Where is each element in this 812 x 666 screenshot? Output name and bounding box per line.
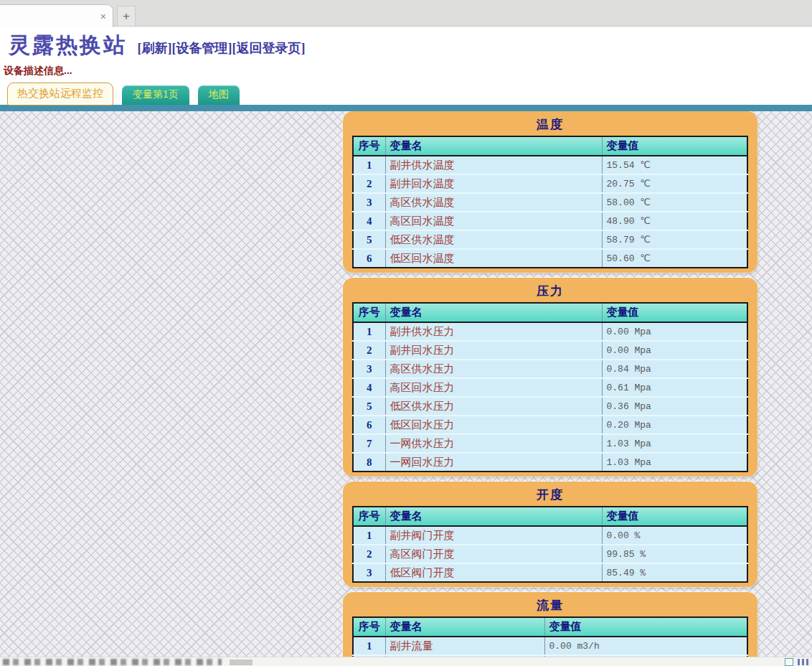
col-header-value: 变量值 bbox=[544, 617, 747, 637]
page-header: 灵露热换站 [刷新][设备管理][返回登录页] 设备描述信息... 热交换站远程… bbox=[0, 27, 812, 105]
variable-name: 低区供水温度 bbox=[385, 230, 602, 249]
tab-remote-monitoring[interactable]: 热交换站远程监控 bbox=[7, 83, 113, 105]
table-header-row: 序号 变量名 变量值 bbox=[353, 617, 747, 637]
table-row: 5低区供水压力0.36 Mpa bbox=[353, 397, 747, 416]
variable-value: 50.60 ℃ bbox=[602, 249, 747, 268]
col-header-index: 序号 bbox=[353, 303, 385, 322]
browser-tab[interactable]: × bbox=[0, 4, 113, 27]
variable-name: 低区供水压力 bbox=[385, 397, 602, 416]
panel-title: 压力 bbox=[352, 279, 748, 302]
table-row: 1副井阀门开度0.00 % bbox=[353, 526, 747, 545]
variable-name: 副井供水压力 bbox=[385, 322, 602, 341]
variable-name: 一网供水压力 bbox=[385, 434, 602, 453]
table-row: 1副井供水温度15.54 ℃ bbox=[353, 156, 747, 174]
panels-column: 温度 序号 变量名 变量值 1副井供水温度15.54 ℃2副井回水温度20.75… bbox=[343, 111, 757, 666]
variable-name: 高区供水温度 bbox=[385, 193, 602, 212]
data-panel: 开度 序号 变量名 变量值 1副井阀门开度0.00 %2高区阀门开度99.85 … bbox=[343, 482, 757, 587]
col-header-index: 序号 bbox=[353, 136, 385, 156]
variable-name: 低区阀门开度 bbox=[385, 563, 602, 582]
col-header-value: 变量值 bbox=[602, 136, 747, 156]
table-row: 2高区阀门开度99.85 % bbox=[353, 545, 747, 563]
row-index: 3 bbox=[353, 563, 385, 582]
variable-value: 0.00 Mpa bbox=[602, 341, 747, 360]
table-row: 5低区供水温度58.79 ℃ bbox=[353, 230, 747, 249]
table-row: 3高区供水压力0.84 Mpa bbox=[353, 360, 747, 378]
refresh-link[interactable]: [刷新] bbox=[137, 41, 171, 55]
data-panel: 温度 序号 变量名 变量值 1副井供水温度15.54 ℃2副井回水温度20.75… bbox=[343, 111, 757, 273]
table-row: 6低区回水温度50.60 ℃ bbox=[353, 249, 747, 268]
row-index: 6 bbox=[353, 249, 385, 268]
row-index: 8 bbox=[353, 453, 385, 472]
blurred-status-text bbox=[3, 659, 222, 665]
variable-name: 副井流量 bbox=[385, 637, 544, 655]
row-index: 5 bbox=[353, 397, 385, 416]
variable-name: 副井供水温度 bbox=[385, 156, 602, 174]
table-row: 4高区回水压力0.61 Mpa bbox=[353, 378, 747, 397]
status-checkbox[interactable] bbox=[785, 658, 793, 666]
variable-value: 0.20 Mpa bbox=[602, 416, 747, 434]
col-header-value: 变量值 bbox=[602, 303, 747, 322]
variable-name: 低区回水压力 bbox=[385, 416, 602, 434]
back-to-login-link[interactable]: [返回登录页] bbox=[232, 41, 305, 55]
data-panel: 流量 序号 变量名 变量值 1副井流量0.00 m3/h2高区流量101.67 … bbox=[343, 592, 757, 666]
variable-name: 低区回水温度 bbox=[385, 249, 602, 268]
tab-close-icon[interactable]: × bbox=[100, 11, 106, 22]
variable-value: 0.00 Mpa bbox=[602, 322, 747, 341]
col-header-name: 变量名 bbox=[385, 507, 602, 526]
col-header-name: 变量名 bbox=[385, 303, 602, 322]
variable-value: 99.85 % bbox=[602, 545, 747, 563]
variable-name: 高区回水温度 bbox=[385, 212, 602, 230]
variable-value: 15.54 ℃ bbox=[602, 156, 747, 174]
variable-value: 0.84 Mpa bbox=[602, 360, 747, 378]
browser-tab-strip: × + bbox=[0, 0, 812, 27]
panel-title: 温度 bbox=[352, 113, 748, 136]
device-description: 设备描述信息... bbox=[0, 60, 812, 78]
panel-title: 流量 bbox=[352, 594, 748, 616]
row-index: 1 bbox=[353, 322, 385, 341]
row-index: 7 bbox=[353, 434, 385, 453]
row-index: 1 bbox=[353, 526, 385, 545]
table-row: 2副井回水压力0.00 Mpa bbox=[353, 341, 747, 360]
variables-table: 序号 变量名 变量值 1副井供水压力0.00 Mpa2副井回水压力0.00 Mp… bbox=[352, 302, 748, 472]
variable-value: 58.00 ℃ bbox=[602, 193, 747, 212]
variable-value: 0.00 m3/h bbox=[544, 637, 747, 655]
tab-variables-page1[interactable]: 变量第1页 bbox=[122, 85, 189, 105]
variable-name: 副井回水压力 bbox=[385, 341, 602, 360]
variable-value: 1.03 Mpa bbox=[602, 434, 747, 453]
teal-divider-bar bbox=[0, 105, 812, 111]
device-management-link[interactable]: [设备管理] bbox=[171, 41, 232, 55]
variables-table: 序号 变量名 变量值 1副井供水温度15.54 ℃2副井回水温度20.75 ℃3… bbox=[352, 136, 748, 268]
variable-value: 0.00 % bbox=[602, 526, 747, 545]
content-area: 温度 序号 变量名 变量值 1副井供水温度15.54 ℃2副井回水温度20.75… bbox=[0, 106, 812, 666]
table-row: 7一网供水压力1.03 Mpa bbox=[353, 434, 747, 453]
row-index: 6 bbox=[353, 416, 385, 434]
table-header-row: 序号 变量名 变量值 bbox=[353, 507, 747, 526]
row-index: 5 bbox=[353, 230, 385, 249]
variable-name: 副井阀门开度 bbox=[385, 526, 602, 545]
page-tabs: 热交换站远程监控 变量第1页 地图 bbox=[0, 80, 812, 105]
title-row: 灵露热换站 [刷新][设备管理][返回登录页] bbox=[0, 29, 812, 60]
row-index: 1 bbox=[353, 637, 385, 655]
table-row: 4高区回水温度48.90 ℃ bbox=[353, 212, 747, 230]
variable-name: 高区回水压力 bbox=[385, 378, 602, 397]
new-tab-button[interactable]: + bbox=[117, 6, 136, 26]
col-header-name: 变量名 bbox=[385, 136, 602, 156]
table-header-row: 序号 变量名 变量值 bbox=[353, 136, 747, 156]
variable-value: 85.49 % bbox=[602, 563, 747, 582]
col-header-index: 序号 bbox=[353, 617, 385, 637]
page-title: 灵露热换站 bbox=[9, 33, 127, 57]
table-row: 2副井回水温度20.75 ℃ bbox=[353, 174, 747, 193]
table-row: 8一网回水压力1.03 Mpa bbox=[353, 453, 747, 472]
table-row: 3高区供水温度58.00 ℃ bbox=[353, 193, 747, 212]
tab-map[interactable]: 地图 bbox=[198, 85, 240, 105]
table-header-row: 序号 变量名 变量值 bbox=[353, 303, 747, 322]
variable-value: 20.75 ℃ bbox=[602, 174, 747, 193]
row-index: 1 bbox=[353, 156, 385, 174]
status-bar bbox=[0, 657, 812, 666]
variable-value: 0.61 Mpa bbox=[602, 378, 747, 397]
col-header-index: 序号 bbox=[353, 507, 385, 526]
row-index: 3 bbox=[353, 193, 385, 212]
variables-table: 序号 变量名 变量值 1副井阀门开度0.00 %2高区阀门开度99.85 %3低… bbox=[352, 506, 748, 583]
row-index: 2 bbox=[353, 174, 385, 193]
row-index: 2 bbox=[353, 545, 385, 563]
